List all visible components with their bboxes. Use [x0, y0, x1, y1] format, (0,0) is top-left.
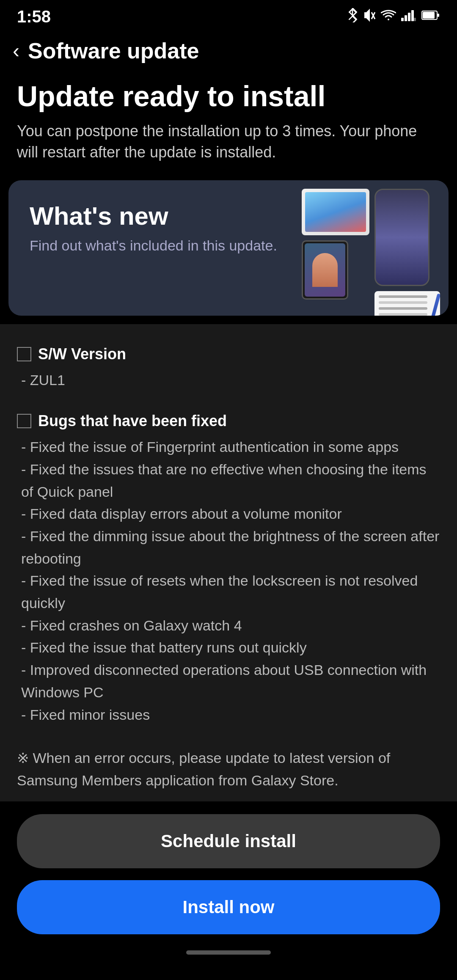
content-section: S/W Version - ZUL1 Bugs that have been f… [0, 324, 457, 813]
sw-version-heading: S/W Version [17, 345, 440, 363]
whats-new-title: What's new [30, 201, 427, 231]
bugs-fixed-body: - Fixed the issue of Fingerprint authent… [17, 436, 440, 726]
home-indicator [186, 950, 271, 955]
header-title: Software update [28, 38, 199, 63]
svg-rect-8 [423, 12, 435, 19]
mute-icon [363, 8, 376, 25]
status-time: 1:58 [17, 7, 51, 26]
svg-rect-9 [438, 14, 439, 17]
status-bar: 1:58 [0, 0, 457, 30]
buttons-container: Schedule install Install now [0, 801, 457, 980]
whats-new-subtitle: Find out what's included in this update. [30, 237, 427, 254]
error-note: ※ When an error occurs, please update to… [17, 747, 440, 791]
back-button[interactable]: ‹ [13, 41, 19, 61]
app-header: ‹ Software update [0, 30, 457, 72]
battery-icon [421, 10, 440, 24]
svg-rect-2 [401, 18, 404, 21]
svg-rect-3 [405, 15, 407, 21]
page-subtitle: You can postpone the installation up to … [0, 121, 457, 180]
bugs-fixed-heading: Bugs that have been fixed [17, 412, 440, 430]
install-now-button[interactable]: Install now [17, 880, 440, 934]
wifi-icon [381, 9, 396, 24]
sw-version-section: S/W Version - ZUL1 [17, 345, 440, 391]
svg-rect-5 [411, 10, 414, 21]
person-silhouette [312, 253, 338, 287]
signal-icon [401, 9, 416, 24]
bluetooth-icon [347, 8, 358, 25]
stylus-doc-mockup [374, 291, 440, 316]
sw-version-body: - ZUL1 [17, 369, 440, 391]
schedule-install-button[interactable]: Schedule install [17, 814, 440, 868]
checkbox-icon-bugs [17, 414, 31, 428]
checkbox-icon-sw [17, 347, 31, 361]
svg-rect-4 [408, 13, 410, 21]
stylus-pen [427, 293, 440, 316]
status-icons [347, 8, 440, 25]
page-title: Update ready to install [0, 72, 457, 121]
svg-rect-6 [414, 18, 416, 21]
bugs-fixed-section: Bugs that have been fixed - Fixed the is… [17, 412, 440, 726]
whats-new-card[interactable]: What's new Find out what's included in t… [8, 180, 449, 316]
